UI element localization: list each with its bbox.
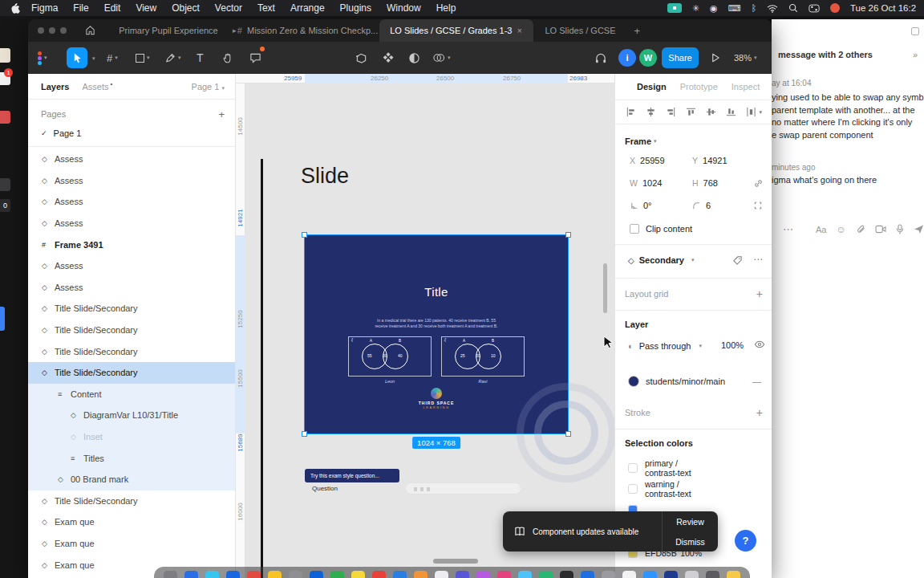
- dock-app-icon[interactable]: [456, 571, 469, 578]
- collaborator-avatar[interactable]: W: [639, 49, 657, 67]
- rotation-field[interactable]: 0°: [630, 196, 652, 215]
- layer-row[interactable]: ◇ Assess: [28, 191, 236, 213]
- color-swatch[interactable]: [628, 484, 638, 494]
- dock-app-icon[interactable]: [685, 571, 699, 578]
- layer-row[interactable]: ◇ Title Slide/Secondary: [28, 320, 236, 341]
- more-icon[interactable]: ⋯: [783, 223, 793, 235]
- review-button[interactable]: Review: [663, 511, 718, 531]
- zoom-window-button[interactable]: [60, 27, 67, 34]
- venn-diagram-right[interactable]: ξ A B 25 30 10 Ravi: [441, 336, 525, 377]
- share-button[interactable]: Share: [662, 47, 699, 68]
- canvas-divider-line[interactable]: [261, 159, 263, 578]
- file-tab[interactable]: Primary Pupil Experience: [104, 19, 233, 42]
- menubar-item[interactable]: Vector: [215, 2, 242, 14]
- selected-slide-frame[interactable]: Title In a medical trial there are 130 p…: [305, 235, 568, 434]
- dock-app-icon[interactable]: [622, 571, 636, 578]
- screen-record-icon[interactable]: ◉: [710, 3, 718, 14]
- dock-app-icon[interactable]: [643, 571, 657, 578]
- layer-row[interactable]: ◇ Title Slide/Secondary: [28, 298, 236, 320]
- venn-diagram-left[interactable]: ξ A B 55 30 40 Leon: [348, 336, 432, 377]
- horizontal-scrollbar[interactable]: [433, 559, 478, 564]
- dock-app-icon[interactable]: [706, 571, 719, 578]
- distribute-spacing-selector[interactable]: ▾: [746, 107, 762, 117]
- constrain-proportions-icon[interactable]: [753, 178, 764, 189]
- exam-question-button[interactable]: Try this exam style question...: [305, 469, 399, 482]
- audio-call-button[interactable]: [594, 42, 607, 74]
- file-tab[interactable]: #Mission Zero & Mission Checkp...: [237, 19, 379, 42]
- tab-inspect[interactable]: Inspect: [732, 82, 760, 92]
- video-icon[interactable]: [875, 225, 886, 234]
- emoji-icon[interactable]: ☺: [836, 224, 845, 235]
- align-left-icon[interactable]: [626, 107, 636, 117]
- layer-row[interactable]: ≡ Titles: [28, 447, 236, 469]
- layer-row[interactable]: ≡ Content: [28, 384, 236, 405]
- dock-app-icon[interactable]: [539, 571, 553, 578]
- text-tool[interactable]: T: [197, 42, 204, 74]
- add-layout-grid-button[interactable]: +: [756, 287, 763, 300]
- dock-app-icon[interactable]: [205, 571, 219, 578]
- selection-handle[interactable]: [565, 232, 571, 238]
- menubar-item[interactable]: Arrange: [290, 2, 325, 14]
- slide-body-text[interactable]: In a medical trial there are 130 patient…: [305, 318, 568, 328]
- dock-app-icon[interactable]: [247, 571, 261, 578]
- control-center-icon[interactable]: [808, 4, 820, 13]
- move-tool-active[interactable]: [67, 47, 87, 68]
- layer-row[interactable]: ◇ Exam que: [28, 511, 236, 533]
- menubar-item[interactable]: Edit: [104, 2, 121, 14]
- dock-app-icon[interactable]: [560, 571, 573, 578]
- blend-mode-selector[interactable]: ◐ Pass through ▾: [628, 336, 702, 356]
- bluetooth-icon[interactable]: ᛒ: [751, 3, 756, 13]
- align-right-icon[interactable]: [666, 107, 676, 117]
- layer-visibility-icon[interactable]: [754, 340, 765, 349]
- color-swatch[interactable]: [628, 463, 638, 473]
- frame-section-header[interactable]: Frame▾: [625, 136, 657, 146]
- text-format-icon[interactable]: Aa: [816, 225, 826, 234]
- settings-icon[interactable]: ✳: [692, 3, 699, 14]
- dock-app-icon[interactable]: [664, 571, 678, 578]
- attachment-icon[interactable]: [856, 224, 865, 234]
- main-menu-button[interactable]: ▾: [38, 42, 47, 74]
- minimize-window-button[interactable]: [49, 27, 55, 34]
- stage-window-thumb[interactable]: [0, 111, 10, 124]
- layer-row[interactable]: ◇ Exam que: [28, 533, 236, 555]
- comment-tool[interactable]: [249, 42, 261, 74]
- question-scrubber[interactable]: [405, 482, 521, 495]
- new-tab-button[interactable]: +: [634, 25, 641, 37]
- close-tab-icon[interactable]: ×: [517, 26, 521, 35]
- tab-layers[interactable]: Layers: [41, 82, 69, 92]
- selection-color-row[interactable]: warning / contrast-text: [615, 478, 772, 499]
- slide-title[interactable]: Title: [305, 285, 568, 299]
- menubar-item[interactable]: View: [136, 2, 156, 14]
- wifi-icon[interactable]: [767, 4, 778, 13]
- frame-tool[interactable]: #▾: [107, 42, 118, 74]
- zoom-level-selector[interactable]: 38%▾: [734, 42, 757, 74]
- stage-window-thumb[interactable]: 1: [0, 72, 10, 85]
- home-icon[interactable]: [84, 24, 96, 36]
- dock-app-icon[interactable]: [727, 571, 740, 578]
- window-control-icon[interactable]: [911, 27, 919, 35]
- fill-color-swatch[interactable]: [628, 376, 639, 387]
- corner-radius-field[interactable]: 6: [692, 196, 711, 215]
- clip-content-checkbox[interactable]: Clip content: [630, 220, 692, 238]
- create-component-button[interactable]: [382, 42, 394, 74]
- stage-window-thumb[interactable]: 0: [0, 199, 10, 212]
- add-page-button[interactable]: +: [218, 108, 225, 120]
- dock-app-icon[interactable]: [393, 571, 407, 578]
- file-tab[interactable]: LO Slides / GCSE: [533, 19, 628, 42]
- video-call-icon[interactable]: [667, 3, 682, 13]
- dock-app-icon[interactable]: [414, 571, 428, 578]
- align-bottom-icon[interactable]: [726, 107, 736, 117]
- component-row[interactable]: ◇ Secondary ▾: [628, 249, 694, 271]
- dock-app-icon[interactable]: [226, 571, 240, 578]
- component-more-icon[interactable]: ⋯: [753, 254, 763, 265]
- shape-tool[interactable]: ▾: [136, 42, 150, 74]
- help-button[interactable]: ?: [735, 530, 756, 552]
- checkbox[interactable]: [630, 224, 639, 234]
- tab-design[interactable]: Design: [637, 82, 667, 92]
- layer-row[interactable]: ◇ Title Slide/Secondary: [28, 490, 236, 512]
- height-field[interactable]: H768: [692, 173, 718, 193]
- menubar-item[interactable]: Figma: [31, 2, 58, 14]
- move-tool-chevron-icon[interactable]: ▾: [92, 55, 95, 62]
- menubar-item[interactable]: File: [73, 2, 88, 14]
- layer-row[interactable]: ◇ 00 Brand mark: [28, 469, 236, 490]
